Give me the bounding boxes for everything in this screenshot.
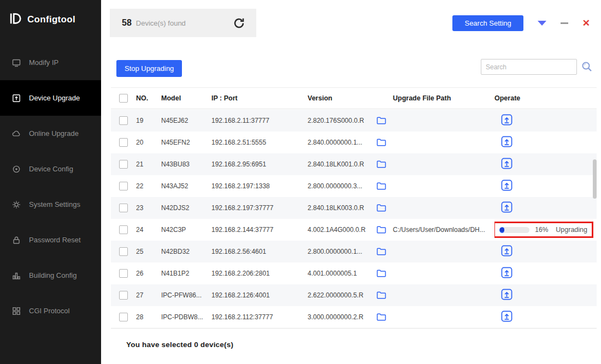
row-model: N42DJS2	[161, 204, 211, 212]
column-model: Model	[161, 94, 211, 102]
device-upgrade-icon	[12, 94, 21, 103]
close-icon[interactable]: ✕	[582, 19, 590, 28]
scrollbar-thumb[interactable]	[593, 159, 597, 199]
upload-button[interactable]	[501, 289, 512, 300]
sidebar-item-device-config[interactable]: Device Config	[0, 151, 101, 187]
browse-file-icon[interactable]	[376, 291, 393, 300]
row-model: IPC-PFW86...	[161, 291, 211, 299]
row-checkbox[interactable]	[119, 291, 128, 300]
progress-percent: 16%	[535, 226, 548, 234]
app-logo: Configtool	[0, 0, 101, 39]
table-row[interactable]: 20 N45EFN2 192.168.2.51:5555 2.840.00000…	[111, 132, 597, 153]
sidebar-item-modify-ip[interactable]: Modify IP	[0, 45, 101, 80]
table-row[interactable]: 28 IPC-PDBW8... 192.168.2.112:37777 3.00…	[111, 306, 597, 328]
progress-dot	[500, 228, 504, 232]
row-checkbox[interactable]	[119, 247, 128, 256]
browse-file-icon[interactable]	[376, 225, 393, 234]
row-no: 24	[136, 226, 161, 234]
progress-status: Upgrading	[556, 226, 587, 234]
row-operate: 16% Upgrading	[494, 222, 597, 238]
upload-button[interactable]	[501, 245, 512, 256]
sidebar-item-system-settings[interactable]: System Settings	[0, 187, 101, 222]
table-row[interactable]: 23 N42DJS2 192.168.2.197:37777 2.840.18L…	[111, 197, 597, 219]
table-row[interactable]: 21 N43BU83 192.168.2.95:6951 2.840.18LK0…	[111, 153, 597, 175]
browse-file-icon[interactable]	[376, 269, 393, 278]
upload-button[interactable]	[501, 136, 512, 147]
table-row[interactable]: 27 IPC-PFW86... 192.168.2.126:4001 2.622…	[111, 284, 597, 306]
row-model: IPC-PDBW8...	[161, 313, 211, 321]
upload-button[interactable]	[501, 158, 512, 169]
configtool-window: Configtool Modify IPDevice UpgradeOnline…	[0, 0, 601, 364]
row-ip-port: 192.168.2.206:2801	[211, 270, 308, 277]
modify-ip-icon	[12, 58, 21, 67]
sidebar-item-online-upgrade[interactable]: Online Upgrade	[0, 116, 101, 151]
row-checkbox[interactable]	[119, 116, 128, 125]
refresh-icon[interactable]	[233, 17, 245, 29]
top-header: 58 Device(s) found Search Setting ✕	[101, 0, 601, 48]
dropdown-filter-icon[interactable]	[538, 21, 546, 26]
table-row[interactable]: 19 N45EJ62 192.168.2.11:37777 2.820.176S…	[111, 110, 597, 132]
row-version: 2.840.18LK001.0.R	[308, 160, 376, 168]
device-count-box: 58 Device(s) found	[110, 9, 256, 37]
search-setting-button[interactable]: Search Setting	[452, 15, 523, 31]
upload-button[interactable]	[501, 201, 512, 213]
row-ip-port: 192.168.2.197:1338	[211, 182, 308, 190]
device-count: 58	[122, 18, 132, 28]
sidebar-item-label: System Settings	[29, 200, 80, 208]
browse-file-icon[interactable]	[376, 116, 393, 125]
upload-button[interactable]	[501, 180, 512, 191]
system-settings-icon	[12, 200, 21, 209]
browse-file-icon[interactable]	[376, 313, 393, 321]
select-all-checkbox[interactable]	[119, 94, 128, 103]
browse-file-icon[interactable]	[376, 182, 393, 190]
sidebar-item-password-reset[interactable]: Password Reset	[0, 222, 101, 258]
sidebar-item-device-upgrade[interactable]: Device Upgrade	[0, 80, 101, 116]
progress-track	[499, 227, 529, 233]
stop-upgrading-button[interactable]: Stop Upgrading	[116, 60, 182, 77]
browse-file-icon[interactable]	[376, 160, 393, 169]
browse-file-icon[interactable]	[376, 204, 393, 212]
row-ip-port: 192.168.2.51:5555	[211, 139, 308, 146]
column-version: Version	[308, 94, 376, 102]
browse-file-icon[interactable]	[376, 247, 393, 256]
sidebar-item-cgi-protocol[interactable]: CGI Protocol	[0, 293, 101, 329]
row-checkbox[interactable]	[119, 160, 128, 169]
row-operate	[494, 267, 597, 280]
upload-button[interactable]	[501, 311, 512, 322]
app-title: Configtool	[27, 14, 75, 25]
upload-button[interactable]	[501, 114, 512, 126]
column-upgrade-file-path: Upgrade File Path	[393, 94, 494, 102]
sidebar-item-label: Modify IP	[29, 58, 58, 67]
table-row[interactable]: 24 N42C3P 192.168.2.144:37777 4.002.1A4G…	[111, 219, 597, 241]
row-no: 26	[136, 270, 161, 277]
table-row[interactable]: 22 N43AJ52 192.168.2.197:1338 2.800.0000…	[111, 175, 597, 197]
search-icon[interactable]	[580, 60, 593, 75]
row-checkbox[interactable]	[119, 269, 128, 278]
search-input[interactable]	[481, 59, 577, 75]
row-no: 19	[136, 117, 161, 124]
online-upgrade-icon	[12, 129, 21, 138]
row-no: 21	[136, 160, 161, 168]
search-area	[481, 59, 577, 75]
sidebar-item-building-config[interactable]: Building Config	[0, 258, 101, 293]
minimize-icon[interactable]	[561, 22, 568, 24]
row-checkbox[interactable]	[119, 182, 128, 190]
sidebar-item-label: Online Upgrade	[29, 129, 79, 138]
upload-button[interactable]	[501, 267, 512, 278]
row-checkbox[interactable]	[119, 138, 128, 147]
row-checkbox[interactable]	[119, 225, 128, 234]
device-config-icon	[12, 165, 21, 174]
table-row[interactable]: 26 N41B1P2 192.168.2.206:2801 4.001.0000…	[111, 262, 597, 284]
row-checkbox[interactable]	[119, 313, 128, 321]
browse-file-icon[interactable]	[376, 138, 393, 147]
row-operate	[494, 201, 597, 214]
sidebar-item-label: Device Config	[29, 165, 73, 173]
row-operate	[494, 158, 597, 171]
row-ip-port: 192.168.2.112:37777	[211, 313, 308, 321]
row-model: N45EJ62	[161, 117, 211, 124]
sidebar-menu: Modify IPDevice UpgradeOnline UpgradeDev…	[0, 45, 101, 329]
row-checkbox[interactable]	[119, 204, 128, 212]
column-operate: Operate	[494, 94, 597, 102]
table-row[interactable]: 25 N42BD32 192.168.2.56:4601 2.800.00000…	[111, 241, 597, 262]
table-body: 19 N45EJ62 192.168.2.11:37777 2.820.176S…	[111, 110, 597, 328]
